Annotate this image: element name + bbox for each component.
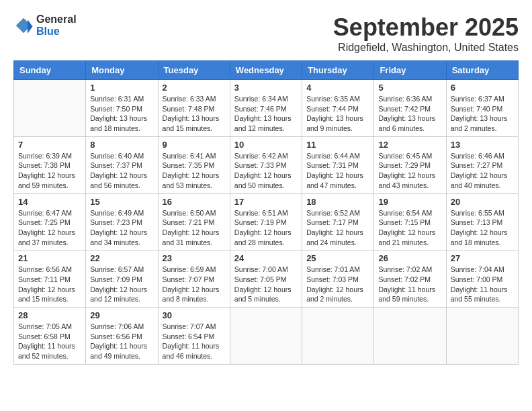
day-info: Sunrise: 6:42 AMSunset: 7:33 PMDaylight:… bbox=[234, 151, 298, 191]
day-number: 20 bbox=[451, 197, 514, 207]
calendar-cell: 8Sunrise: 6:40 AMSunset: 7:37 PMDaylight… bbox=[86, 136, 158, 193]
weekday-header-friday: Friday bbox=[374, 61, 446, 80]
svg-marker-1 bbox=[28, 19, 33, 34]
day-number: 3 bbox=[234, 83, 298, 93]
calendar-cell: 17Sunrise: 6:51 AMSunset: 7:19 PMDayligh… bbox=[230, 193, 302, 250]
calendar-cell bbox=[14, 80, 86, 137]
month-title: September 2025 bbox=[333, 13, 519, 42]
day-number: 10 bbox=[234, 140, 298, 150]
day-number: 26 bbox=[378, 253, 441, 263]
calendar-cell bbox=[302, 308, 374, 365]
location-title: Ridgefield, Washington, United States bbox=[333, 42, 519, 54]
day-info: Sunrise: 7:02 AMSunset: 7:02 PMDaylight:… bbox=[378, 265, 441, 304]
logo: General Blue bbox=[13, 13, 77, 37]
day-info: Sunrise: 6:55 AMSunset: 7:13 PMDaylight:… bbox=[451, 208, 514, 248]
day-number: 2 bbox=[163, 83, 226, 93]
day-info: Sunrise: 6:59 AMSunset: 7:07 PMDaylight:… bbox=[163, 265, 226, 304]
calendar-cell: 14Sunrise: 6:47 AMSunset: 7:25 PMDayligh… bbox=[14, 193, 86, 250]
day-info: Sunrise: 6:56 AMSunset: 7:11 PMDaylight:… bbox=[18, 265, 81, 304]
day-number: 22 bbox=[90, 253, 153, 263]
calendar-cell: 11Sunrise: 6:44 AMSunset: 7:31 PMDayligh… bbox=[302, 136, 374, 193]
day-info: Sunrise: 7:06 AMSunset: 6:56 PMDaylight:… bbox=[90, 322, 153, 361]
day-number: 9 bbox=[163, 140, 226, 150]
day-info: Sunrise: 6:41 AMSunset: 7:35 PMDaylight:… bbox=[163, 151, 226, 191]
day-info: Sunrise: 6:33 AMSunset: 7:48 PMDaylight:… bbox=[163, 94, 226, 134]
day-info: Sunrise: 6:51 AMSunset: 7:19 PMDaylight:… bbox=[234, 208, 298, 248]
logo-text: General Blue bbox=[36, 13, 77, 37]
day-info: Sunrise: 6:40 AMSunset: 7:37 PMDaylight:… bbox=[90, 151, 153, 191]
calendar-cell: 24Sunrise: 7:00 AMSunset: 7:05 PMDayligh… bbox=[230, 250, 302, 308]
day-info: Sunrise: 6:31 AMSunset: 7:50 PMDaylight:… bbox=[90, 94, 153, 134]
day-number: 15 bbox=[90, 197, 153, 207]
day-info: Sunrise: 7:05 AMSunset: 6:58 PMDaylight:… bbox=[18, 322, 81, 361]
calendar-week-row: 21Sunrise: 6:56 AMSunset: 7:11 PMDayligh… bbox=[14, 250, 519, 308]
day-info: Sunrise: 6:52 AMSunset: 7:17 PMDaylight:… bbox=[306, 208, 369, 248]
title-area: September 2025 Ridgefield, Washington, U… bbox=[333, 13, 519, 54]
calendar-cell: 18Sunrise: 6:52 AMSunset: 7:17 PMDayligh… bbox=[302, 193, 374, 250]
calendar-cell bbox=[446, 308, 518, 365]
day-info: Sunrise: 6:47 AMSunset: 7:25 PMDaylight:… bbox=[18, 208, 81, 248]
calendar-cell: 6Sunrise: 6:37 AMSunset: 7:40 PMDaylight… bbox=[446, 80, 518, 137]
calendar-cell: 26Sunrise: 7:02 AMSunset: 7:02 PMDayligh… bbox=[374, 250, 446, 308]
day-number: 17 bbox=[234, 197, 298, 207]
day-number: 16 bbox=[163, 197, 226, 207]
calendar-cell: 4Sunrise: 6:35 AMSunset: 7:44 PMDaylight… bbox=[302, 80, 374, 137]
calendar-cell: 5Sunrise: 6:36 AMSunset: 7:42 PMDaylight… bbox=[374, 80, 446, 137]
calendar-cell bbox=[374, 308, 446, 365]
day-number: 30 bbox=[163, 310, 226, 320]
day-info: Sunrise: 6:35 AMSunset: 7:44 PMDaylight:… bbox=[306, 94, 369, 134]
calendar-week-row: 1Sunrise: 6:31 AMSunset: 7:50 PMDaylight… bbox=[14, 80, 519, 137]
calendar-cell: 16Sunrise: 6:50 AMSunset: 7:21 PMDayligh… bbox=[158, 193, 230, 250]
calendar-table: SundayMondayTuesdayWednesdayThursdayFrid… bbox=[13, 60, 519, 365]
day-number: 12 bbox=[378, 140, 441, 150]
day-number: 14 bbox=[18, 197, 81, 207]
calendar-cell: 20Sunrise: 6:55 AMSunset: 7:13 PMDayligh… bbox=[446, 193, 518, 250]
weekday-header-tuesday: Tuesday bbox=[158, 61, 230, 80]
day-info: Sunrise: 6:36 AMSunset: 7:42 PMDaylight:… bbox=[378, 94, 441, 134]
day-info: Sunrise: 7:07 AMSunset: 6:54 PMDaylight:… bbox=[163, 322, 226, 361]
calendar-cell: 30Sunrise: 7:07 AMSunset: 6:54 PMDayligh… bbox=[158, 308, 230, 365]
day-number: 27 bbox=[451, 253, 514, 263]
day-number: 25 bbox=[306, 253, 369, 263]
day-number: 18 bbox=[306, 197, 369, 207]
day-number: 23 bbox=[163, 253, 226, 263]
day-info: Sunrise: 6:57 AMSunset: 7:09 PMDaylight:… bbox=[90, 265, 153, 304]
calendar-cell: 9Sunrise: 6:41 AMSunset: 7:35 PMDaylight… bbox=[158, 136, 230, 193]
calendar-cell: 10Sunrise: 6:42 AMSunset: 7:33 PMDayligh… bbox=[230, 136, 302, 193]
calendar-cell: 25Sunrise: 7:01 AMSunset: 7:03 PMDayligh… bbox=[302, 250, 374, 308]
day-number: 21 bbox=[18, 253, 81, 263]
weekday-header-monday: Monday bbox=[86, 61, 158, 80]
day-number: 19 bbox=[378, 197, 441, 207]
day-info: Sunrise: 6:54 AMSunset: 7:15 PMDaylight:… bbox=[378, 208, 441, 248]
day-number: 5 bbox=[378, 83, 441, 93]
calendar-cell: 13Sunrise: 6:46 AMSunset: 7:27 PMDayligh… bbox=[446, 136, 518, 193]
day-number: 1 bbox=[90, 83, 153, 93]
calendar-cell: 23Sunrise: 6:59 AMSunset: 7:07 PMDayligh… bbox=[158, 250, 230, 308]
day-info: Sunrise: 6:37 AMSunset: 7:40 PMDaylight:… bbox=[451, 94, 514, 134]
calendar-cell: 19Sunrise: 6:54 AMSunset: 7:15 PMDayligh… bbox=[374, 193, 446, 250]
day-info: Sunrise: 6:45 AMSunset: 7:29 PMDaylight:… bbox=[378, 151, 441, 191]
calendar-cell: 2Sunrise: 6:33 AMSunset: 7:48 PMDaylight… bbox=[158, 80, 230, 137]
day-number: 29 bbox=[90, 310, 153, 320]
calendar-cell: 15Sunrise: 6:49 AMSunset: 7:23 PMDayligh… bbox=[86, 193, 158, 250]
day-number: 28 bbox=[18, 310, 81, 320]
weekday-header-sunday: Sunday bbox=[14, 61, 86, 80]
calendar-cell: 28Sunrise: 7:05 AMSunset: 6:58 PMDayligh… bbox=[14, 308, 86, 365]
weekday-header-row: SundayMondayTuesdayWednesdayThursdayFrid… bbox=[14, 61, 519, 80]
calendar-week-row: 28Sunrise: 7:05 AMSunset: 6:58 PMDayligh… bbox=[14, 308, 519, 365]
logo-icon bbox=[13, 15, 34, 36]
calendar-week-row: 14Sunrise: 6:47 AMSunset: 7:25 PMDayligh… bbox=[14, 193, 519, 250]
calendar-week-row: 7Sunrise: 6:39 AMSunset: 7:38 PMDaylight… bbox=[14, 136, 519, 193]
day-info: Sunrise: 6:39 AMSunset: 7:38 PMDaylight:… bbox=[18, 151, 81, 191]
calendar-cell bbox=[230, 308, 302, 365]
calendar-cell: 21Sunrise: 6:56 AMSunset: 7:11 PMDayligh… bbox=[14, 250, 86, 308]
calendar-cell: 29Sunrise: 7:06 AMSunset: 6:56 PMDayligh… bbox=[86, 308, 158, 365]
logo-general-text: General bbox=[36, 13, 77, 26]
calendar-cell: 1Sunrise: 6:31 AMSunset: 7:50 PMDaylight… bbox=[86, 80, 158, 137]
day-info: Sunrise: 6:44 AMSunset: 7:31 PMDaylight:… bbox=[306, 151, 369, 191]
day-number: 4 bbox=[306, 83, 369, 93]
day-number: 6 bbox=[451, 83, 514, 93]
weekday-header-wednesday: Wednesday bbox=[230, 61, 302, 80]
header: General Blue September 2025 Ridgefield, … bbox=[13, 13, 519, 54]
calendar-cell: 27Sunrise: 7:04 AMSunset: 7:00 PMDayligh… bbox=[446, 250, 518, 308]
